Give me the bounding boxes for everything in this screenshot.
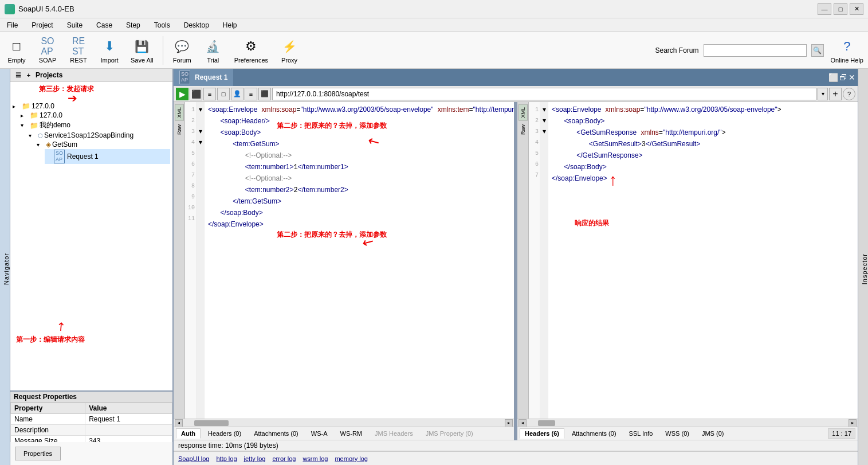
cancel-button[interactable]: ⬛ (190, 88, 202, 100)
preferences-button[interactable]: ⚙ Preferences (230, 35, 273, 66)
tree-item-request1[interactable]: SOAP Request 1 (45, 149, 170, 164)
maximize-button[interactable]: □ (834, 3, 847, 15)
left-panel: ☰ + Projects 第三步：发起请求 ➔ ▸ 📁 127 (10, 69, 174, 465)
tree-item-getsum[interactable]: ▾ ◈ GetSum (37, 140, 170, 149)
menu-help[interactable]: Help (218, 20, 242, 30)
navigator-tab[interactable]: Navigator (0, 69, 10, 465)
toggle-127-1[interactable]: ▸ (13, 103, 21, 110)
expand-line-3[interactable]: ▾ (197, 126, 204, 137)
minimize-button[interactable]: — (818, 3, 831, 15)
tree-item-demo[interactable]: ▾ 📁 我的demo (21, 120, 170, 131)
menu-file[interactable]: File (2, 20, 22, 30)
endpoint-input[interactable]: http://127.0.0.1:8080/soap/test (272, 88, 816, 100)
rest-button[interactable]: REST REST (64, 35, 93, 66)
import-button[interactable]: ⬇ Import (95, 35, 124, 66)
search-submit-button[interactable]: 🔍 (811, 44, 824, 57)
req-tab-jms-headers[interactable]: JMS Headers (370, 428, 418, 439)
forum-button[interactable]: 💬 Forum (168, 35, 197, 66)
log-soapui[interactable]: SoapUI log (178, 455, 209, 462)
toolbar-icon-btn-3[interactable]: 👤 (231, 88, 243, 100)
tree-item-127-1[interactable]: ▸ 📁 127.0.0 (13, 101, 170, 111)
request-help-button[interactable]: ? (843, 88, 855, 100)
expand-resp-3[interactable]: ▾ (540, 126, 548, 137)
req-tab-wsrm[interactable]: WS-RM (335, 428, 368, 439)
tree-item-service[interactable]: ▾ ⬡ Service1Soap12SoapBinding (29, 131, 170, 140)
request-props-table: Property Value Name Request 1 Descriptio… (10, 403, 172, 442)
menu-step[interactable]: Step (121, 20, 145, 30)
restore-icon[interactable]: 🗗 (839, 73, 847, 82)
log-error[interactable]: error log (272, 455, 296, 462)
tree-item-127-2[interactable]: ▸ 📁 127.0.0 (21, 111, 170, 120)
resp-tab-attachments[interactable]: Attachments (0) (567, 428, 622, 439)
add-endpoint-button[interactable]: + (829, 88, 842, 100)
properties-button[interactable]: Properties (15, 447, 61, 460)
expand-line-1[interactable]: ▾ (197, 104, 204, 115)
toggle-getsum[interactable]: ▾ (37, 142, 45, 148)
request-xml-content[interactable]: <soap:Envelope xmlns:soap="http://www.w3… (205, 102, 514, 419)
resp-h-scrollbar[interactable]: ◂ ▸ (517, 419, 858, 427)
toolbar-icon-btn-1[interactable]: ≡ (203, 88, 216, 100)
proj-icon-list[interactable]: ☰ (14, 71, 23, 80)
menu-suite[interactable]: Suite (62, 20, 87, 30)
scroll-thumb[interactable] (194, 420, 229, 426)
menu-desktop[interactable]: Desktop (179, 20, 214, 30)
toggle-demo[interactable]: ▾ (21, 122, 29, 128)
menu-case[interactable]: Case (92, 20, 117, 30)
resp-expand-col: ▾ ▾ ▾ (540, 102, 548, 419)
search-forum-input[interactable] (704, 44, 807, 57)
run-button[interactable]: ▶ (176, 88, 188, 100)
endpoint-dropdown[interactable]: ▾ (818, 88, 828, 100)
toggle-service[interactable]: ▾ (29, 132, 37, 139)
close-tab-icon[interactable]: ✕ (849, 73, 855, 82)
proxy-button[interactable]: ⚡ Proxy (275, 35, 304, 66)
log-http[interactable]: http log (216, 455, 237, 462)
resp-tab-wss[interactable]: WSS (0) (660, 428, 694, 439)
req-tab-jms-property[interactable]: JMS Property (0) (421, 428, 478, 439)
toolbar-icon-btn-4[interactable]: ≡ (245, 88, 257, 100)
expand-line-4[interactable]: ▾ (197, 137, 204, 148)
xml-tab[interactable]: XML (175, 104, 184, 121)
search-forum-label: Search Forum (655, 46, 698, 54)
req-tab-attachments[interactable]: Attachments (0) (249, 428, 304, 439)
resp-scroll-left[interactable]: ◂ (519, 419, 527, 427)
toolbar-icon-btn-5[interactable]: ⬛ (258, 88, 271, 100)
req-tab-headers[interactable]: Headers (0) (203, 428, 246, 439)
resp-tab-ssl[interactable]: SSL Info (624, 428, 658, 439)
close-button[interactable]: ✕ (850, 3, 863, 15)
request-tab[interactable]: SOAP Request 1 (174, 69, 233, 86)
resp-tab-jms[interactable]: JMS (0) (697, 428, 729, 439)
resp-tab-headers[interactable]: Headers (6) (520, 428, 564, 439)
proj-icon-new[interactable]: + (24, 71, 33, 80)
prop-col-value: Value (85, 403, 172, 414)
resp-scroll-right[interactable]: ▸ (849, 419, 857, 427)
expand-resp-2[interactable]: ▾ (540, 115, 548, 126)
inspector-tab[interactable]: Inspector (858, 69, 868, 465)
resp-raw-tab[interactable]: Raw (519, 122, 527, 137)
resp-scroll-thumb[interactable] (538, 420, 555, 426)
online-help-button[interactable]: ? Online Help (828, 35, 866, 66)
log-memory[interactable]: memory log (335, 455, 367, 462)
req-h-scrollbar[interactable]: ◂ ▸ (174, 419, 514, 427)
empty-button[interactable]: □ Empty (2, 35, 31, 66)
menu-tools[interactable]: Tools (150, 20, 175, 30)
menu-project[interactable]: Project (27, 20, 57, 30)
scroll-right[interactable]: ▸ (505, 419, 513, 427)
log-wsrm[interactable]: wsrm log (303, 455, 328, 462)
response-xml-content[interactable]: <soap:Envelope xmlns:soap="http://www.w3… (548, 102, 858, 419)
raw-tab[interactable]: Raw (175, 122, 183, 137)
save-all-button[interactable]: 💾 Save All (126, 35, 158, 66)
toggle-127-2[interactable]: ▸ (21, 112, 29, 119)
soap-button[interactable]: SOAP SOAP (33, 35, 62, 66)
inspector-label: Inspector (861, 253, 868, 284)
resp-xml-tab[interactable]: XML (519, 104, 528, 121)
req-tab-wsa[interactable]: WS-A (306, 428, 333, 439)
expand-resp-1[interactable]: ▾ (540, 104, 548, 115)
toolbar-icon-btn-2[interactable]: □ (217, 88, 230, 100)
scroll-left[interactable]: ◂ (175, 419, 183, 427)
prop-desc-val[interactable] (85, 425, 172, 436)
req-tab-auth[interactable]: Auth (176, 428, 201, 439)
trial-button[interactable]: 🔬 Trial (199, 35, 227, 66)
log-jetty[interactable]: jetty log (244, 455, 266, 462)
expand-icon[interactable]: ⬜ (828, 73, 838, 82)
prop-name-val[interactable]: Request 1 (85, 414, 172, 425)
